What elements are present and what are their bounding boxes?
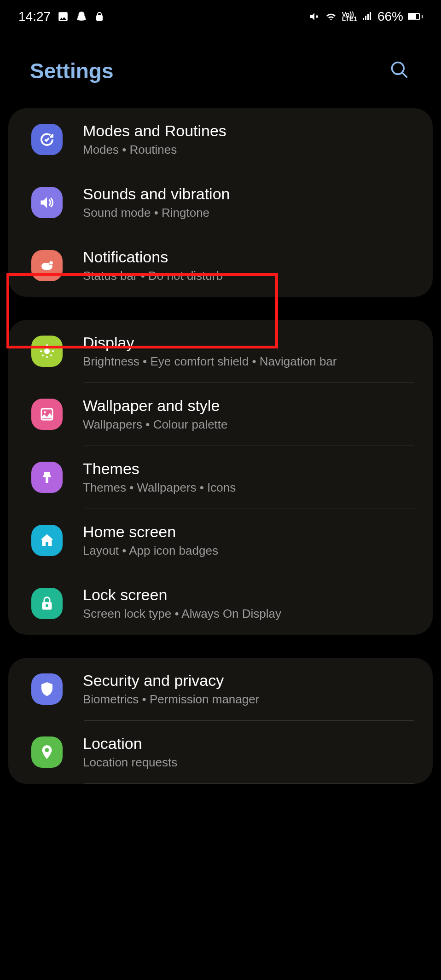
status-right: Vo))LTE1 66%	[309, 9, 423, 24]
status-left: 14:27	[18, 9, 105, 24]
row-home-screen[interactable]: Home screen Layout • App icon badges	[8, 509, 433, 572]
settings-group: Security and privacy Biometrics • Permis…	[8, 658, 433, 784]
row-title: Modes and Routines	[83, 122, 226, 140]
row-notifications[interactable]: Notifications Status bar • Do not distur…	[8, 234, 433, 297]
row-display[interactable]: Display Brightness • Eye comfort shield …	[8, 320, 433, 383]
svg-point-3	[49, 261, 53, 265]
svg-line-1	[402, 73, 407, 78]
row-security-and-privacy[interactable]: Security and privacy Biometrics • Permis…	[8, 658, 433, 720]
row-lock-screen[interactable]: Lock screen Screen lock type • Always On…	[8, 572, 433, 635]
svg-line-10	[51, 355, 52, 356]
image-icon	[57, 11, 69, 23]
settings-group: Modes and Routines Modes • Routines Soun…	[8, 108, 433, 297]
row-sub: Brightness • Eye comfort shield • Naviga…	[83, 354, 337, 369]
row-title: Sounds and vibration	[83, 185, 230, 203]
battery-icon	[408, 13, 423, 20]
divider	[84, 783, 414, 784]
row-sub: Status bar • Do not disturb	[83, 269, 223, 283]
row-title: Location	[83, 735, 177, 753]
svg-point-0	[392, 63, 404, 75]
svg-line-9	[42, 347, 44, 348]
location-icon	[31, 736, 63, 768]
mute-icon	[309, 11, 320, 22]
themes-icon	[31, 462, 63, 493]
display-icon	[31, 336, 63, 367]
battery-percent: 66%	[377, 9, 403, 24]
lte-icon: Vo))LTE1	[342, 12, 357, 21]
row-title: Home screen	[83, 523, 218, 541]
row-sub: Themes • Wallpapers • Icons	[83, 481, 236, 495]
header: Settings	[0, 33, 441, 108]
wallpaper-icon	[31, 399, 63, 430]
security-icon	[31, 673, 63, 705]
status-bar: 14:27 Vo))LTE1 66%	[0, 0, 441, 33]
search-icon	[389, 60, 410, 80]
row-title: Display	[83, 334, 337, 352]
row-title: Lock screen	[83, 586, 281, 604]
row-wallpaper-and-style[interactable]: Wallpaper and style Wallpapers • Colour …	[8, 383, 433, 446]
svg-line-11	[42, 355, 44, 356]
wifi-icon	[325, 11, 337, 22]
notification-icon	[31, 250, 63, 281]
row-sub: Wallpapers • Colour palette	[83, 418, 228, 432]
row-sub: Biometrics • Permission manager	[83, 692, 259, 707]
row-sub: Sound mode • Ringtone	[83, 206, 230, 220]
svg-rect-15	[46, 477, 48, 483]
row-themes[interactable]: Themes Themes • Wallpapers • Icons	[8, 446, 433, 509]
row-sub: Screen lock type • Always On Display	[83, 607, 281, 621]
ghost-icon	[75, 11, 87, 23]
row-sub: Layout • App icon badges	[83, 544, 218, 558]
status-time: 14:27	[18, 9, 51, 24]
row-location[interactable]: Location Location requests	[8, 721, 433, 783]
signal-icon	[362, 11, 373, 22]
home-icon	[31, 525, 63, 556]
modes-icon	[31, 124, 63, 155]
page-title: Settings	[30, 58, 113, 83]
row-modes-and-routines[interactable]: Modes and Routines Modes • Routines	[8, 108, 433, 171]
lock-icon	[94, 11, 105, 22]
row-sub: Modes • Routines	[83, 143, 226, 157]
row-sounds-and-vibration[interactable]: Sounds and vibration Sound mode • Ringto…	[8, 171, 433, 234]
search-button[interactable]	[386, 56, 413, 85]
row-title: Security and privacy	[83, 672, 259, 690]
settings-group: Display Brightness • Eye comfort shield …	[8, 320, 433, 635]
row-sub: Location requests	[83, 755, 177, 770]
svg-point-4	[44, 348, 50, 354]
sound-icon	[31, 187, 63, 218]
svg-point-14	[44, 411, 46, 413]
lock-screen-icon	[31, 588, 63, 619]
row-title: Themes	[83, 460, 236, 478]
row-title: Wallpaper and style	[83, 397, 228, 415]
svg-line-12	[51, 347, 52, 348]
row-title: Notifications	[83, 248, 223, 266]
